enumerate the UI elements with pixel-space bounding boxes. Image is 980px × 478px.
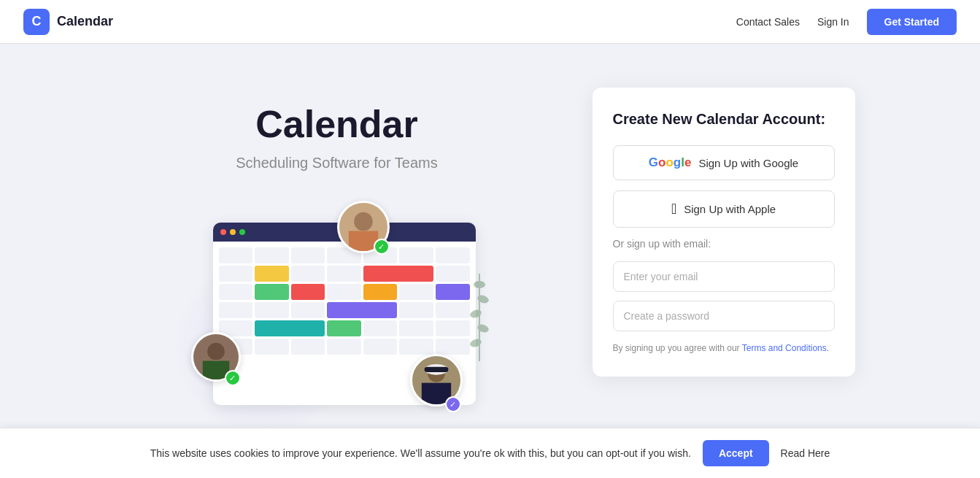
sign-up-apple-label: Sign Up with Apple (684, 203, 776, 215)
page-title: Calendar (255, 102, 418, 146)
form-title: Create New Calendar Account: (613, 111, 835, 128)
svg-point-17 (468, 309, 482, 320)
cal-cell (255, 266, 289, 282)
cal-cell (291, 302, 325, 318)
cal-cell (219, 302, 253, 318)
check-badge-3: ✓ (445, 396, 461, 412)
sign-up-google-label: Sign Up with Google (698, 157, 798, 169)
svg-point-1 (354, 212, 373, 231)
apple-icon:  (671, 201, 676, 217)
accept-button[interactable]: Accept (703, 440, 769, 466)
cal-cell (327, 339, 361, 355)
calendar-grid (213, 242, 476, 361)
cal-cell (363, 320, 398, 336)
cal-cell (436, 302, 470, 318)
cal-cell (291, 339, 325, 355)
leaf-decoration (468, 274, 490, 361)
password-input[interactable] (613, 301, 835, 331)
cal-cell (219, 266, 253, 282)
cal-cell (327, 284, 361, 300)
cal-cell (363, 266, 433, 282)
email-input[interactable] (613, 261, 835, 292)
cal-cell (327, 302, 397, 318)
get-started-button[interactable]: Get Started (867, 9, 957, 35)
cal-cell (436, 339, 470, 355)
svg-point-19 (474, 281, 485, 288)
form-card: Create New Calendar Account: Google Sign… (593, 88, 855, 377)
sign-up-google-button[interactable]: Google Sign Up with Google (613, 145, 835, 180)
svg-point-15 (468, 338, 482, 349)
left-section: Calendar Scheduling Software for Teams (126, 88, 549, 420)
cal-cell (363, 339, 398, 355)
cal-cell (255, 247, 289, 263)
sign-up-apple-button[interactable]:  Sign Up with Apple (613, 190, 835, 228)
logo-text: Calendar (57, 14, 113, 29)
cal-cell (363, 284, 398, 300)
svg-point-16 (476, 323, 489, 334)
sign-in-link[interactable]: Sign In (817, 16, 849, 28)
illustration-wrapper: ✓ ✓ (184, 201, 490, 420)
cal-cell (219, 284, 253, 300)
right-section: Create New Calendar Account: Google Sign… (593, 88, 855, 377)
cal-cell (327, 320, 361, 336)
svg-point-18 (476, 294, 489, 305)
email-divider: Or sign up with email: (613, 238, 835, 250)
dot-yellow (230, 229, 236, 235)
cal-cell (291, 247, 325, 263)
page-subtitle: Scheduling Software for Teams (236, 155, 437, 171)
navbar-actions: Contact Sales Sign In Get Started (736, 9, 957, 35)
svg-point-5 (207, 343, 225, 361)
cal-cell (255, 284, 289, 300)
main-content: Calendar Scheduling Software for Teams (0, 44, 980, 449)
check-badge-1: ✓ (374, 239, 390, 255)
cal-cell (436, 247, 470, 263)
cal-cell (255, 339, 289, 355)
cal-cell (327, 266, 361, 282)
read-here-button[interactable]: Read Here (781, 447, 830, 459)
cal-cell (436, 266, 470, 282)
cal-cell (399, 247, 433, 263)
google-icon: Google (649, 155, 692, 170)
cal-cell (399, 302, 433, 318)
logo-icon: C (23, 9, 50, 35)
check-badge-2: ✓ (225, 370, 241, 386)
dot-green (239, 229, 245, 235)
terms-link[interactable]: Terms and Conditions. (742, 343, 829, 353)
illustration: ✓ ✓ (184, 201, 490, 420)
svg-rect-13 (424, 367, 448, 372)
cal-cell (255, 302, 289, 318)
dot-red (220, 229, 226, 235)
terms-text: By signing up you agree with our Terms a… (613, 343, 835, 353)
cal-cell (399, 320, 433, 336)
cal-cell (399, 339, 433, 355)
cal-cell (255, 320, 325, 336)
cal-cell (291, 284, 325, 300)
cal-cell (291, 266, 325, 282)
cal-cell (399, 284, 433, 300)
cookie-banner: This website uses cookies to improve you… (0, 428, 980, 478)
cal-cell (219, 247, 253, 263)
navbar: C Calendar Contact Sales Sign In Get Sta… (0, 0, 980, 44)
cal-cell (436, 320, 470, 336)
cal-cell (436, 284, 470, 300)
cookie-message: This website uses cookies to improve you… (150, 447, 691, 459)
contact-sales-link[interactable]: Contact Sales (736, 16, 800, 28)
logo: C Calendar (23, 9, 113, 35)
